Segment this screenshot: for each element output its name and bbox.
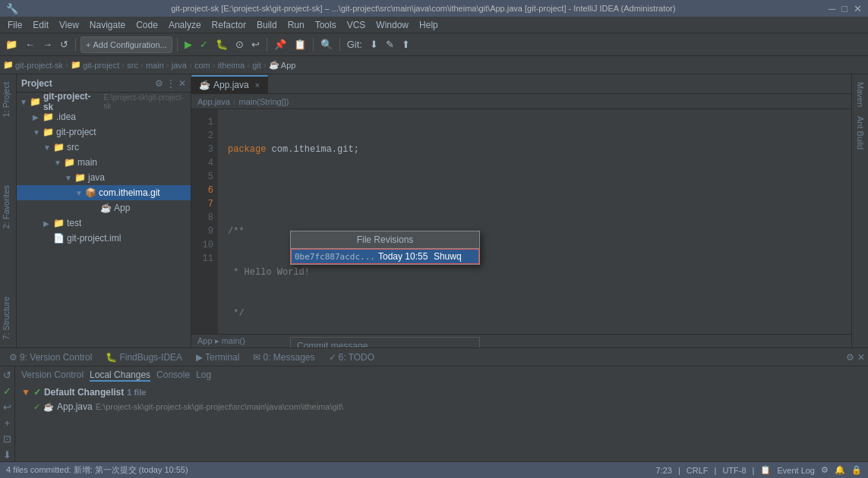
menu-tools[interactable]: Tools	[311, 18, 341, 32]
tree-item-root[interactable]: ▼ 📁 git-project-sk E:\project-sk\git-pro…	[17, 94, 191, 109]
toolbar-debug-icon[interactable]: 🐛	[213, 37, 230, 52]
add-configuration-button[interactable]: + Add Configuration...	[80, 36, 172, 53]
sidebar-item-favorites[interactable]: 2: Favorites	[0, 181, 16, 233]
status-gear-icon[interactable]: ⚙	[821, 465, 829, 475]
toolbar-vcs-push-icon[interactable]: ⬆	[399, 37, 412, 52]
tree-item-package[interactable]: ▼ 📦 com.itheima.git	[17, 185, 191, 200]
breadcrumb-main[interactable]: main	[146, 61, 164, 70]
toolbar-open-icon[interactable]: 📁	[3, 37, 20, 52]
toolbar-refresh-icon[interactable]: ↺	[58, 37, 71, 52]
menu-analyze[interactable]: Analyze	[164, 18, 206, 32]
tree-item-java[interactable]: ▼ 📁 java	[17, 170, 191, 185]
menu-code[interactable]: Code	[131, 18, 163, 32]
term-icon: ▶	[196, 352, 203, 363]
sidebar-item-ant[interactable]: Ant Build	[854, 112, 866, 154]
tree-item-main[interactable]: ▼ 📁 main	[17, 155, 191, 170]
tab-todo[interactable]: ✓ 6: TODO	[323, 351, 381, 364]
breadcrumb-git-project-sk[interactable]: 📁 git-project-sk	[3, 60, 63, 70]
toolbar-copy-icon[interactable]: 📋	[292, 37, 308, 52]
toolbar-search-icon[interactable]: 🔍	[318, 37, 335, 52]
menu-refactor[interactable]: Refactor	[207, 18, 251, 32]
menu-window[interactable]: Window	[371, 18, 413, 32]
editor-tab-app[interactable]: ☕ App.java ×	[191, 75, 268, 93]
status-bell-icon[interactable]: 🔔	[835, 465, 845, 475]
bottom-undo-icon[interactable]: ↩	[3, 401, 11, 413]
breadcrumb-itheima[interactable]: itheima	[218, 61, 245, 70]
toolbar-back-icon[interactable]: ←	[23, 37, 37, 52]
tree-item-test[interactable]: ▶ 📁 test	[17, 215, 191, 231]
toolbar-vcs-update-icon[interactable]: ⬇	[368, 37, 380, 52]
project-settings-icon[interactable]: ⚙	[155, 78, 163, 89]
toolbar-vcs-commit-icon[interactable]: ✎	[383, 37, 396, 52]
project-close-icon[interactable]: ✕	[178, 78, 186, 89]
minimize-button[interactable]: ─	[829, 3, 835, 14]
menu-vcs[interactable]: VCS	[342, 18, 371, 32]
changelist-arrow[interactable]: ▼	[21, 387, 30, 398]
bottom-close-icon[interactable]: ✕	[857, 352, 865, 363]
bc-sep-1: ›	[65, 60, 68, 71]
sidebar-item-structure[interactable]: 7: Structure	[0, 292, 16, 344]
tree-item-idea[interactable]: ▶ 📁 .idea	[17, 109, 191, 124]
bottom-download-icon[interactable]: ⬇	[3, 449, 11, 461]
sub-tab-local-changes[interactable]: Local Changes	[90, 370, 150, 382]
status-lock-icon[interactable]: 🔒	[851, 465, 862, 475]
changelist-check-icon: ✓	[33, 387, 41, 398]
menu-help[interactable]: Help	[415, 18, 443, 32]
tab-findbugs[interactable]: 🐛 FindBugs-IDEA	[99, 351, 188, 364]
breadcrumb-git-project[interactable]: 📁 git-project	[71, 60, 119, 70]
sidebar-item-maven[interactable]: Maven	[854, 77, 866, 112]
tree-item-git-project[interactable]: ▼ 📁 git-project	[17, 124, 191, 140]
popup-row-1[interactable]: 0be7fc887acdc... Today 10:55 Shuwq	[291, 249, 479, 264]
maximize-button[interactable]: □	[841, 3, 847, 14]
bc-label-itheima: itheima	[218, 61, 245, 70]
folder-icon-sk: 📁	[3, 60, 14, 70]
code-area[interactable]: package com.itheima.git; /** * Hello Wor…	[219, 109, 851, 347]
project-panel-title: Project	[21, 78, 52, 89]
file-row-app[interactable]: ✓ ☕ App.java E:\project-sk\git-project-s…	[21, 400, 862, 414]
toolbar-check-icon[interactable]: ✓	[197, 37, 210, 52]
breadcrumb-app[interactable]: ☕ App	[269, 60, 296, 70]
status-right: 7:23 | CRLF | UTF-8 | 📋 Event Log ⚙ 🔔 🔒	[656, 465, 862, 475]
menu-file[interactable]: File	[3, 18, 27, 32]
tab-version-control[interactable]: ⚙ 9: Version Control	[3, 351, 98, 364]
tree-item-app[interactable]: ▶ ☕ App	[17, 200, 191, 215]
breadcrumb-java[interactable]: java	[172, 61, 187, 70]
breadcrumb-src[interactable]: src	[127, 61, 138, 70]
tree-item-src[interactable]: ▼ 📁 src	[17, 140, 191, 155]
tab-terminal[interactable]: ▶ Terminal	[190, 351, 245, 364]
toolbar-undo-icon[interactable]: ↩	[249, 37, 262, 52]
toolbar-coverage-icon[interactable]: ⊙	[233, 37, 246, 52]
popup-author: Shuwq	[434, 251, 475, 262]
changelist-header: ▼ ✓ Default Changelist 1 file	[21, 385, 862, 400]
menu-navigate[interactable]: Navigate	[85, 18, 130, 32]
close-button[interactable]: ✕	[854, 3, 862, 14]
sub-tab-vc[interactable]: Version Control	[21, 370, 84, 382]
menu-run[interactable]: Run	[283, 18, 309, 32]
menu-view[interactable]: View	[55, 18, 84, 32]
sub-tab-console[interactable]: Console	[156, 370, 190, 382]
bottom-plus-icon[interactable]: +	[5, 417, 11, 429]
sub-tab-log[interactable]: Log	[196, 370, 211, 382]
tree-arrow-idea: ▶	[33, 113, 40, 121]
bottom-filter-icon[interactable]: ⊡	[3, 433, 11, 445]
menu-edit[interactable]: Edit	[28, 18, 53, 32]
breadcrumb-com[interactable]: com	[194, 61, 210, 70]
toolbar-forward-icon[interactable]: →	[40, 37, 55, 52]
tab-close-app[interactable]: ×	[255, 80, 260, 90]
menu-build[interactable]: Build	[252, 18, 282, 32]
tab-messages[interactable]: ✉ 0: Messages	[247, 351, 320, 364]
project-gear-icon[interactable]: ⋮	[166, 78, 175, 89]
bottom-check-icon[interactable]: ✓	[3, 385, 11, 397]
tree-item-iml[interactable]: ▶ 📄 git-project.iml	[17, 231, 191, 246]
toolbar-pin-icon[interactable]: 📌	[272, 37, 289, 52]
event-log-icon[interactable]: 📋	[760, 465, 771, 475]
bc-sep-7: ›	[247, 60, 250, 71]
sidebar-item-project[interactable]: 1: Project	[0, 77, 16, 121]
toolbar-run-icon[interactable]: ▶	[182, 37, 194, 52]
breadcrumb-git[interactable]: git	[252, 61, 261, 70]
bottom-sync-icon[interactable]: ↺	[3, 370, 11, 381]
bottom-settings-icon[interactable]: ⚙	[846, 352, 854, 363]
event-log-label[interactable]: Event Log	[777, 466, 815, 475]
editor-breadcrumb: App.java › main(String[])	[191, 94, 851, 109]
line-2: 2	[208, 129, 213, 143]
